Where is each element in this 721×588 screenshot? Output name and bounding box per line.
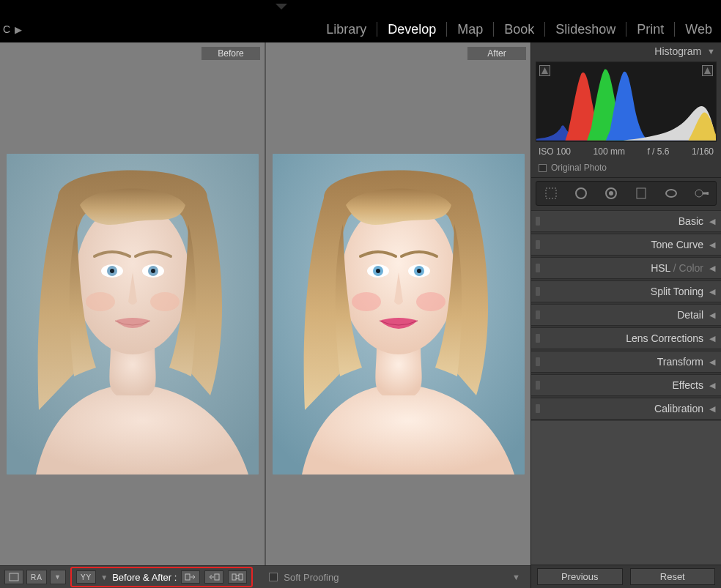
panel-toggle-switch[interactable] [536,217,540,226]
svg-point-8 [86,292,115,311]
panel-label: HSL / Color [651,262,703,274]
before-photo[interactable] [7,154,259,475]
panel-toggle-switch[interactable] [536,287,540,296]
titlebar [0,0,721,16]
soft-proofing-label: Soft Proofing [284,572,339,583]
module-tab-print[interactable]: Print [626,16,674,42]
panel-toggle-switch[interactable] [536,310,540,319]
chevron-left-icon: ◀ [709,404,715,414]
panel-label: Transform [657,356,703,368]
histogram-header[interactable]: Histogram ▼ [531,42,721,60]
original-photo-label: Original Photo [551,163,607,173]
copy-after-to-before-button[interactable] [204,570,223,584]
panel-label: Lens Corrections [626,332,703,344]
original-photo-row: Original Photo [531,160,721,178]
svg-rect-29 [637,188,646,198]
svg-point-7 [151,269,155,273]
graduated-filter-tool[interactable] [630,182,652,204]
panel-head-hsl[interactable]: HSL / Color◀ [531,257,721,279]
svg-point-9 [150,292,180,311]
svg-point-26 [576,188,586,198]
panel-label: Split Toning [651,286,703,297]
histogram-title: Histogram [654,45,701,57]
breadcrumb-letter: C [3,23,10,35]
chevron-left-icon: ◀ [709,357,715,367]
panel-toggle-switch[interactable] [536,381,540,390]
module-tab-develop[interactable]: Develop [377,16,446,42]
panel-head-transform[interactable]: Transform◀ [531,351,721,373]
panel-head-tone-curve[interactable]: Tone Curve◀ [531,234,721,256]
exif-shutter: 1/160 [692,146,714,157]
module-tab-book[interactable]: Book [494,16,544,42]
red-eye-tool[interactable] [600,182,622,204]
panel-toggle-switch[interactable] [536,264,540,272]
module-tab-web[interactable]: Web [675,16,717,42]
before-chip: Before [201,47,260,60]
soft-proofing-checkbox[interactable] [269,573,278,581]
svg-point-31 [695,190,703,197]
module-picker: C ▶ LibraryDevelopMapBookSlideshowPrintW… [0,16,721,42]
svg-rect-24 [239,574,243,580]
chevron-left-icon: ◀ [709,334,715,343]
crop-tool[interactable] [540,182,562,204]
right-panel-bottom-buttons: Previous Reset [531,565,721,588]
svg-rect-21 [185,574,190,580]
tool-strip [536,181,717,206]
previous-button[interactable]: Previous [537,568,623,585]
panel-label: Effects [672,379,703,391]
swap-before-after-button[interactable] [228,570,247,584]
panel-toggle-switch[interactable] [536,240,540,249]
svg-rect-23 [232,574,236,580]
panel-head-calibration[interactable]: Calibration◀ [531,398,721,420]
chevron-left-icon: ◀ [709,310,715,320]
after-photo[interactable] [273,154,525,475]
exif-aperture: f / 5.6 [647,146,669,157]
module-tab-library[interactable]: Library [316,16,377,42]
toolbar-options-dropdown[interactable]: ▼ [512,573,523,581]
module-tab-map[interactable]: Map [447,16,493,42]
breadcrumb[interactable]: C ▶ [3,23,22,35]
panel-toggle-switch[interactable] [536,334,540,343]
panel-head-lens-corrections[interactable]: Lens Corrections◀ [531,327,721,349]
chevron-left-icon: ◀ [709,240,715,250]
before-after-layout-dropdown[interactable]: ▼ [100,573,108,581]
after-chip: After [467,47,526,60]
panel-toggle-switch[interactable] [536,404,540,413]
chevron-left-icon: ◀ [709,217,715,226]
shadow-clipping-toggle[interactable] [539,65,550,76]
compare-header: Before After [0,42,530,63]
before-after-label: Before & After : [112,572,177,583]
loupe-view-button[interactable] [4,570,23,584]
svg-point-18 [352,292,381,311]
svg-rect-25 [546,188,556,198]
chevron-right-icon: ▶ [15,24,22,35]
reference-view-button[interactable]: RA [26,570,47,584]
panel-label: Detail [677,309,703,321]
copy-before-to-after-button[interactable] [181,570,200,584]
radial-filter-tool[interactable] [660,182,682,204]
reset-button[interactable]: Reset [630,568,716,585]
module-tab-slideshow[interactable]: Slideshow [545,16,626,42]
before-after-controls-highlight: YY ▼ Before & After : [70,567,253,587]
viewer-toolbar: RA ▼ YY ▼ Before & After : [0,565,530,588]
svg-point-6 [110,269,114,273]
svg-point-19 [416,292,445,311]
reference-view-dropdown[interactable]: ▼ [50,570,66,584]
original-photo-checkbox[interactable] [539,164,547,172]
panel-head-effects[interactable]: Effects◀ [531,374,721,396]
histogram[interactable] [536,62,717,142]
panel-label: Calibration [654,403,703,414]
panel-head-split-toning[interactable]: Split Toning◀ [531,280,721,302]
panel-head-basic[interactable]: Basic◀ [531,210,721,232]
panel-label: Basic [679,215,703,227]
spot-removal-tool[interactable] [570,182,592,204]
svg-point-30 [666,190,676,197]
panel-toggle-switch[interactable] [536,357,540,366]
panel-head-detail[interactable]: Detail◀ [531,304,721,326]
panel-collapse-indicator[interactable] [276,4,287,10]
adjustment-brush-tool[interactable] [690,182,712,204]
highlight-clipping-toggle[interactable] [702,65,713,76]
svg-point-16 [376,269,380,273]
before-after-view-button[interactable]: YY [76,570,96,584]
svg-rect-22 [215,574,219,580]
